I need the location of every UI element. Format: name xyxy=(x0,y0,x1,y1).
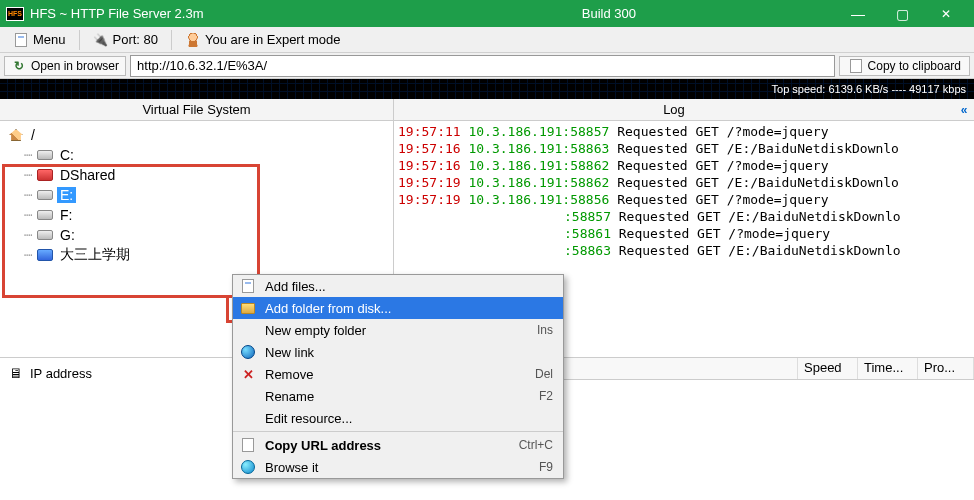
menu-label: New link xyxy=(265,345,553,360)
menu-label: Add folder from disk... xyxy=(265,301,553,316)
menu-add-folder[interactable]: Add folder from disk... xyxy=(233,297,563,319)
log-header: Log xyxy=(394,99,954,120)
port-label: Port: 80 xyxy=(113,32,159,47)
tree-item-label: E: xyxy=(57,187,76,203)
drive-icon xyxy=(37,210,53,220)
tree-item-dshared[interactable]: ┈DShared xyxy=(0,165,393,185)
tree-root-label: / xyxy=(28,127,38,143)
menu-add-files[interactable]: Add files... xyxy=(233,275,563,297)
drive-icon xyxy=(37,150,53,160)
user-icon xyxy=(186,33,200,47)
menu-button[interactable]: Menu xyxy=(4,29,75,50)
menu-edit-resource[interactable]: Edit resource... xyxy=(233,407,563,429)
urlbar: ↻Open in browser Copy to clipboard xyxy=(0,53,974,79)
port-button[interactable]: 🔌Port: 80 xyxy=(84,29,168,50)
menu-label: Rename xyxy=(265,389,531,404)
speed-text: Top speed: 6139.6 KB/s ---- 49117 kbps xyxy=(772,83,966,95)
page-icon xyxy=(242,279,254,293)
open-browser-label: Open in browser xyxy=(31,59,119,73)
drive-icon xyxy=(37,230,53,240)
speed-col-header[interactable]: Speed xyxy=(798,358,858,379)
folder-icon xyxy=(37,169,53,181)
menu-label: Browse it xyxy=(265,460,531,475)
menu-label: Edit resource... xyxy=(265,411,553,426)
tree-item-f[interactable]: ┈F: xyxy=(0,205,393,225)
time-col-header[interactable]: Time... xyxy=(858,358,918,379)
tree-item-g[interactable]: ┈G: xyxy=(0,225,393,245)
app-icon: HFS xyxy=(6,7,24,21)
tree-root[interactable]: / xyxy=(0,125,393,145)
vfs-tree[interactable]: / ┈C: ┈DShared ┈E: ┈F: ┈G: ┈大三上学期 xyxy=(0,121,393,269)
log-line: 19:57:19 10.3.186.191:58856 Requested GE… xyxy=(398,191,970,208)
log-line: :58857 Requested GET /E:/BaiduNetdiskDow… xyxy=(398,208,970,225)
menu-rename[interactable]: Rename F2 xyxy=(233,385,563,407)
log-line: :58861 Requested GET /?mode=jquery xyxy=(398,225,970,242)
log-line: :58863 Requested GET /E:/BaiduNetdiskDow… xyxy=(398,242,970,259)
menu-shortcut: F9 xyxy=(539,460,553,474)
menu-shortcut: Del xyxy=(535,367,553,381)
drive-icon xyxy=(37,190,53,200)
menu-label: Menu xyxy=(33,32,66,47)
menu-icon xyxy=(15,33,27,47)
menu-shortcut: F2 xyxy=(539,389,553,403)
open-browser-button[interactable]: ↻Open in browser xyxy=(4,56,126,76)
vfs-header: Virtual File System xyxy=(0,99,394,120)
copy-label: Copy to clipboard xyxy=(868,59,961,73)
menu-browse-it[interactable]: Browse it F9 xyxy=(233,456,563,478)
speed-graph: Top speed: 6139.6 KB/s ---- 49117 kbps xyxy=(0,79,974,99)
window-title: HFS ~ HTTP File Server 2.3m xyxy=(30,6,582,21)
maximize-button[interactable]: ▢ xyxy=(880,1,924,27)
menu-new-link[interactable]: New link xyxy=(233,341,563,363)
mode-label: You are in Expert mode xyxy=(205,32,340,47)
separator xyxy=(171,30,172,50)
menu-label: Add files... xyxy=(265,279,553,294)
context-menu: Add files... Add folder from disk... New… xyxy=(232,274,564,479)
panel-headers: Virtual File System Log « xyxy=(0,99,974,121)
progress-col-header[interactable]: Pro... xyxy=(918,358,974,379)
copy-icon xyxy=(850,59,862,73)
folder-icon xyxy=(241,303,255,314)
menu-label: Remove xyxy=(265,367,527,382)
tree-item-e[interactable]: ┈E: xyxy=(0,185,393,205)
tree-item-semester[interactable]: ┈大三上学期 xyxy=(0,245,393,265)
menu-copy-url[interactable]: Copy URL address Ctrl+C xyxy=(233,434,563,456)
minimize-button[interactable]: — xyxy=(836,1,880,27)
toolbar: Menu 🔌Port: 80 You are in Expert mode xyxy=(0,27,974,53)
mode-button[interactable]: You are in Expert mode xyxy=(176,29,349,50)
house-icon xyxy=(9,129,23,141)
url-input[interactable] xyxy=(130,55,835,77)
x-icon: ✕ xyxy=(243,367,254,382)
close-button[interactable]: ✕ xyxy=(924,1,968,27)
collapse-chevron-icon[interactable]: « xyxy=(954,99,974,120)
tree-item-label: G: xyxy=(57,227,78,243)
globe-icon xyxy=(241,345,255,359)
tree-item-label: 大三上学期 xyxy=(57,246,133,264)
log-line: 19:57:11 10.3.186.191:58857 Requested GE… xyxy=(398,123,970,140)
tree-item-label: DShared xyxy=(57,167,118,183)
menu-label: New empty folder xyxy=(265,323,529,338)
document-icon xyxy=(242,438,254,452)
log-line: 19:57:16 10.3.186.191:58862 Requested GE… xyxy=(398,157,970,174)
monitor-icon: 🖥 xyxy=(8,366,24,380)
tree-item-c[interactable]: ┈C: xyxy=(0,145,393,165)
copy-clipboard-button[interactable]: Copy to clipboard xyxy=(839,56,970,76)
titlebar: HFS HFS ~ HTTP File Server 2.3m Build 30… xyxy=(0,0,974,27)
build-label: Build 300 xyxy=(582,6,636,21)
menu-label: Copy URL address xyxy=(265,438,511,453)
menu-remove[interactable]: ✕ Remove Del xyxy=(233,363,563,385)
log-line: 19:57:16 10.3.186.191:58863 Requested GE… xyxy=(398,140,970,157)
folder-icon xyxy=(37,249,53,261)
menu-shortcut: Ins xyxy=(537,323,553,337)
menu-new-empty-folder[interactable]: New empty folder Ins xyxy=(233,319,563,341)
tree-item-label: F: xyxy=(57,207,75,223)
menu-shortcut: Ctrl+C xyxy=(519,438,553,452)
globe-arrow-icon xyxy=(241,460,255,474)
log-line: 19:57:19 10.3.186.191:58862 Requested GE… xyxy=(398,174,970,191)
tree-item-label: C: xyxy=(57,147,77,163)
separator xyxy=(79,30,80,50)
menu-separator xyxy=(233,431,563,432)
ip-address-label: IP address xyxy=(30,366,92,381)
